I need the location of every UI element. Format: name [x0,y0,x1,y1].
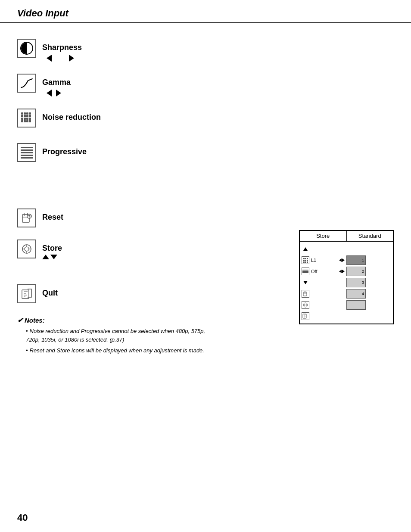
sharpness-content: Sharpness [42,39,82,62]
gamma-label: Gamma [42,74,71,87]
checkmark-icon: ✔ [17,316,23,324]
store-row-down [302,278,345,287]
store-standard-panel: Store Standard [299,230,394,324]
gamma-icon-box [17,74,36,93]
panel-store-icon [302,301,309,309]
sharpness-label: Sharpness [42,39,82,52]
page-header: Video Input [0,0,411,23]
noise-reduction-content: Noise reduction [42,109,101,122]
store-row-up [302,244,345,254]
svg-rect-8 [303,314,306,318]
panel-reset-icon [302,290,309,298]
svg-point-7 [305,304,307,306]
quit-label: Quit [42,284,58,298]
sharpness-arrow-left[interactable] [47,55,52,62]
store-content: Store [42,240,62,259]
store-panel-box: Store Standard [299,230,394,324]
store-label: Store [42,240,62,253]
store-row-quit [302,311,345,321]
page: Video Input Sharpness [0,0,411,532]
section-progressive: Progressive [17,143,394,162]
store-row-noise: L1 [302,255,345,265]
panel-up-arrow[interactable] [303,247,308,251]
notes-title-text: Notes: [25,317,45,324]
section-sharpness: Sharpness [17,39,394,62]
progressive-icon [21,146,33,159]
store-panel-body: L1 [300,242,393,324]
slot-4-label: 4 [362,292,364,296]
store-row-reset [302,289,345,299]
store-panel-left: L1 [302,244,345,321]
panel-noise-arrow-left[interactable] [339,258,342,262]
panel-noise-arrows [339,258,345,262]
store-slot-2[interactable]: 2 [346,267,366,276]
progressive-icon-box [17,143,36,162]
page-number: 40 [17,512,28,523]
store-slot-5[interactable] [346,300,366,310]
store-row-progressive: Off [302,267,345,276]
sharpness-arrow-right[interactable] [69,55,74,62]
note-item-2: Reset and Store icons will be displayed … [26,346,207,355]
store-arrow-up[interactable] [42,255,49,259]
store-icon-box [17,240,36,258]
gamma-arrow-right[interactable] [56,90,61,96]
reset-content: Reset [42,208,63,222]
store-panel-right: 1 2 3 4 [346,244,368,321]
store-slot-1[interactable]: 1 [346,255,366,265]
store-slot-3[interactable]: 3 [346,278,366,287]
sharpness-icon-box [17,39,36,58]
standard-tab[interactable]: Standard [347,231,393,241]
slot-3-label: 3 [362,280,364,285]
progressive-label: Progressive [42,143,87,156]
panel-progressive-label: Off [311,269,337,274]
gamma-content: Gamma [42,74,71,96]
reset-label: Reset [42,208,63,222]
panel-quit-icon [302,312,309,320]
panel-noise-arrow-right[interactable] [342,258,345,262]
quit-content: Quit [42,284,58,298]
reset-icon-box [17,208,36,227]
sharpness-icon [20,42,33,55]
noise-reduction-icon [21,112,32,124]
progressive-content: Progressive [42,143,87,156]
gamma-arrow-left[interactable] [47,90,52,96]
note-item-1: Noise reduction and Progressive cannot b… [26,327,207,344]
panel-noise-icon [302,256,309,264]
store-row-store [302,300,345,310]
gamma-icon [20,77,33,89]
slot-1-label: 1 [362,258,364,262]
section-reset: Reset [17,208,394,227]
store-arrow-down[interactable] [50,255,57,259]
sharpness-arrows [47,55,82,62]
svg-point-6 [303,303,308,307]
gamma-arrows [47,90,71,96]
panel-progressive-icon [302,268,309,275]
store-panel-header: Store Standard [300,231,393,242]
noise-reduction-icon-box [17,109,36,128]
slot-2-label: 2 [362,269,364,274]
panel-progressive-arrows [339,270,345,273]
main-content: Sharpness Gamma [0,23,411,366]
panel-noise-label: L1 [311,258,337,263]
panel-down-arrow[interactable] [303,281,308,284]
quit-icon [21,288,33,300]
reset-icon [21,212,33,224]
store-updown-arrows [42,255,62,259]
noise-reduction-label: Noise reduction [42,109,101,122]
svg-point-3 [25,247,29,251]
svg-rect-5 [303,292,307,296]
store-slot-4[interactable]: 4 [346,289,366,299]
panel-prog-arrow-left[interactable] [339,270,342,273]
section-gamma: Gamma [17,74,394,96]
quit-icon-box [17,284,36,303]
store-tab[interactable]: Store [300,231,347,241]
store-icon [21,243,33,255]
section-noise-reduction: Noise reduction [17,109,394,128]
page-title: Video Input [17,8,68,19]
panel-prog-arrow-right[interactable] [342,270,345,273]
